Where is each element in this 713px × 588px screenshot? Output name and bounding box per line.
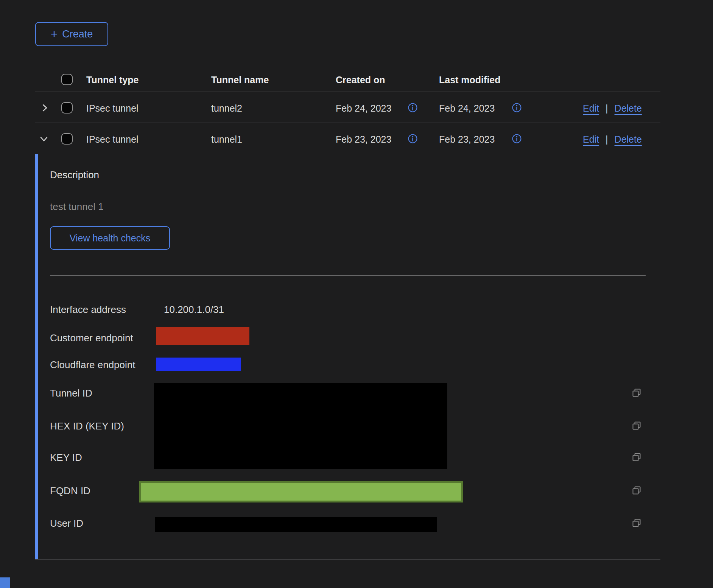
view-health-checks-button[interactable]: View health checks (50, 226, 170, 250)
create-button-label: Create (62, 28, 93, 40)
plus-icon: + (51, 28, 58, 40)
edit-link-tunnel2[interactable]: Edit (583, 103, 599, 114)
cloudflare-endpoint-label: Cloudflare endpoint (50, 359, 135, 371)
row-checkbox-tunnel1[interactable] (61, 133, 73, 145)
link-separator: | (606, 103, 608, 114)
tunnel-id-redaction (154, 383, 447, 469)
edit-link-tunnel1[interactable]: Edit (583, 134, 599, 145)
copy-icon[interactable] (631, 387, 642, 400)
select-all-checkbox[interactable] (61, 74, 73, 85)
fqdn-id-label: FQDN ID (50, 485, 90, 497)
expanded-row-accent-bar (35, 154, 38, 559)
key-id-label: KEY ID (50, 452, 82, 464)
create-button[interactable]: + Create (35, 22, 108, 46)
delete-link-tunnel2[interactable]: Delete (615, 103, 642, 114)
cell-created-on: Feb 24, 2023 (336, 103, 391, 114)
info-icon[interactable] (512, 103, 522, 113)
copy-icon[interactable] (631, 485, 642, 497)
info-icon[interactable] (512, 134, 522, 144)
column-header-tunnel-name: Tunnel name (211, 75, 269, 86)
description-label: Description (50, 170, 99, 181)
bottom-left-accent-fragment (0, 577, 10, 588)
info-icon[interactable] (408, 134, 418, 144)
description-value: test tunnel 1 (50, 201, 104, 213)
tunnel-id-label: Tunnel ID (50, 388, 92, 399)
user-id-label: User ID (50, 518, 83, 529)
copy-icon[interactable] (631, 518, 642, 530)
column-header-last-modified: Last modified (439, 75, 501, 86)
customer-endpoint-label: Customer endpoint (50, 333, 133, 344)
cell-tunnel-type: IPsec tunnel (86, 134, 139, 145)
cell-tunnel-name: tunnel2 (211, 103, 242, 114)
row-divider (35, 123, 660, 123)
customer-endpoint-redaction (156, 327, 249, 345)
user-id-redaction (155, 517, 437, 532)
link-separator: | (606, 134, 608, 145)
copy-icon[interactable] (631, 420, 642, 432)
panel-divider (50, 275, 646, 275)
table-bottom-divider (35, 559, 660, 560)
cell-last-modified: Feb 23, 2023 (439, 134, 495, 145)
hex-id-label: HEX ID (KEY ID) (50, 421, 124, 432)
row-checkbox-tunnel2[interactable] (61, 102, 73, 114)
interface-address-label: Interface address (50, 304, 126, 316)
cell-tunnel-type: IPsec tunnel (86, 103, 139, 114)
view-health-checks-label: View health checks (70, 233, 151, 244)
tunnels-page: + Create Tunnel type Tunnel name Created… (0, 0, 713, 588)
chevron-down-icon[interactable] (39, 134, 49, 144)
header-divider (35, 92, 660, 92)
column-header-tunnel-type: Tunnel type (86, 75, 139, 86)
cloudflare-endpoint-redaction (156, 358, 241, 371)
cell-last-modified: Feb 24, 2023 (439, 103, 495, 114)
info-icon[interactable] (408, 103, 418, 113)
chevron-right-icon[interactable] (39, 103, 50, 113)
delete-link-tunnel1[interactable]: Delete (615, 134, 642, 145)
cell-created-on: Feb 23, 2023 (336, 134, 391, 145)
cell-tunnel-name: tunnel1 (211, 134, 242, 145)
fqdn-id-redaction (139, 481, 463, 502)
interface-address-value: 10.200.1.0/31 (164, 304, 224, 316)
copy-icon[interactable] (631, 452, 642, 464)
column-header-created-on: Created on (336, 75, 385, 86)
